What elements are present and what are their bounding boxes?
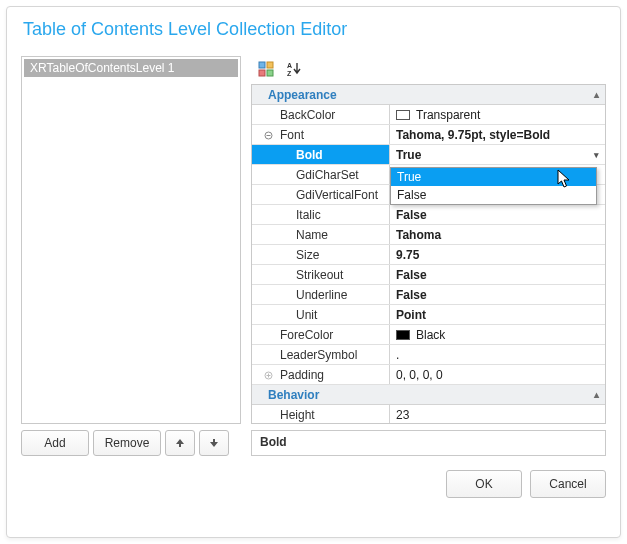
expand-icon[interactable]	[262, 129, 274, 141]
svg-rect-3	[267, 70, 273, 76]
category-label: Appearance	[252, 88, 337, 102]
prop-value-text: Transparent	[416, 108, 480, 122]
description-box: Bold	[251, 430, 606, 456]
dropdown-option-false[interactable]: False	[391, 186, 596, 204]
category-label: Behavior	[252, 388, 319, 402]
prop-name: Name	[252, 225, 390, 244]
prop-value-text: Black	[416, 328, 445, 342]
prop-name: GdiCharSet	[252, 165, 390, 184]
prop-name: Italic	[252, 205, 390, 224]
prop-name: GdiVerticalFont	[252, 185, 390, 204]
row-size[interactable]: Size 9.75	[252, 245, 605, 265]
body: XRTableOfContentsLevel 1 Add Remove	[21, 56, 606, 456]
collapse-icon[interactable]: ▴	[594, 89, 599, 100]
list-item[interactable]: XRTableOfContentsLevel 1	[24, 59, 238, 77]
row-italic[interactable]: Italic False	[252, 205, 605, 225]
arrow-up-icon	[175, 438, 185, 448]
svg-rect-2	[259, 70, 265, 76]
members-list[interactable]: XRTableOfContentsLevel 1	[21, 56, 241, 424]
row-backcolor[interactable]: BackColor Transparent	[252, 105, 605, 125]
prop-name: Padding	[252, 365, 390, 384]
prop-name: Bold	[252, 145, 390, 164]
prop-name: Size	[252, 245, 390, 264]
alphabetical-button[interactable]: A Z	[281, 58, 307, 80]
row-forecolor[interactable]: ForeColor Black	[252, 325, 605, 345]
chevron-down-icon[interactable]: ▾	[594, 150, 599, 160]
row-unit[interactable]: Unit Point	[252, 305, 605, 325]
svg-rect-0	[259, 62, 265, 68]
svg-rect-1	[267, 62, 273, 68]
prop-value[interactable]: True ▾	[390, 145, 605, 164]
row-bold[interactable]: Bold True ▾	[252, 145, 605, 165]
prop-name: Height	[252, 405, 390, 424]
prop-value[interactable]: Point	[390, 305, 605, 324]
row-underline[interactable]: Underline False	[252, 285, 605, 305]
prop-value[interactable]: Tahoma, 9.75pt, style=Bold	[390, 125, 605, 144]
prop-value[interactable]: Black	[390, 325, 605, 344]
category-appearance[interactable]: Appearance ▴	[252, 85, 605, 105]
expand-icon[interactable]	[262, 369, 274, 381]
prop-value[interactable]: False	[390, 265, 605, 284]
collapse-icon[interactable]: ▴	[594, 389, 599, 400]
prop-name: Unit	[252, 305, 390, 324]
prop-name: Font	[252, 125, 390, 144]
prop-value[interactable]: False	[390, 285, 605, 304]
prop-value[interactable]: 9.75	[390, 245, 605, 264]
prop-name: LeaderSymbol	[252, 345, 390, 364]
dialog: Table of Contents Level Collection Edito…	[6, 6, 621, 538]
cancel-button[interactable]: Cancel	[530, 470, 606, 498]
categorized-icon	[258, 61, 274, 77]
row-leadersymbol[interactable]: LeaderSymbol .	[252, 345, 605, 365]
prop-value[interactable]: 0, 0, 0, 0	[390, 365, 605, 384]
dropdown-option-true[interactable]: True	[391, 168, 596, 186]
color-swatch-icon	[396, 110, 410, 120]
property-grid[interactable]: Appearance ▴ BackColor Transparent	[251, 84, 606, 424]
alphabetical-icon: A Z	[286, 61, 302, 77]
prop-value[interactable]: 23	[390, 405, 605, 424]
categorized-button[interactable]	[253, 58, 279, 80]
property-toolbar: A Z	[251, 56, 606, 82]
row-font[interactable]: Font Tahoma, 9.75pt, style=Bold	[252, 125, 605, 145]
move-down-button[interactable]	[199, 430, 229, 456]
prop-name: ForeColor	[252, 325, 390, 344]
add-button[interactable]: Add	[21, 430, 89, 456]
row-strikeout[interactable]: Strikeout False	[252, 265, 605, 285]
bold-dropdown[interactable]: True False	[390, 167, 597, 205]
left-buttons: Add Remove	[21, 430, 241, 456]
arrow-down-icon	[209, 438, 219, 448]
prop-value[interactable]: False	[390, 205, 605, 224]
prop-value[interactable]: Tahoma	[390, 225, 605, 244]
svg-text:A: A	[287, 62, 292, 69]
dialog-title: Table of Contents Level Collection Edito…	[23, 19, 606, 40]
prop-name: BackColor	[252, 105, 390, 124]
row-height[interactable]: Height 23	[252, 405, 605, 424]
prop-value[interactable]: Transparent	[390, 105, 605, 124]
ok-button[interactable]: OK	[446, 470, 522, 498]
prop-name: Strikeout	[252, 265, 390, 284]
footer-buttons: OK Cancel	[21, 470, 606, 498]
left-pane: XRTableOfContentsLevel 1 Add Remove	[21, 56, 241, 456]
prop-name: Underline	[252, 285, 390, 304]
row-padding[interactable]: Padding 0, 0, 0, 0	[252, 365, 605, 385]
right-pane: A Z Appearance ▴ BackColor Transparen	[251, 56, 606, 456]
color-swatch-icon	[396, 330, 410, 340]
svg-text:Z: Z	[287, 70, 292, 77]
row-name[interactable]: Name Tahoma	[252, 225, 605, 245]
category-behavior[interactable]: Behavior ▴	[252, 385, 605, 405]
prop-value[interactable]: .	[390, 345, 605, 364]
move-up-button[interactable]	[165, 430, 195, 456]
remove-button[interactable]: Remove	[93, 430, 161, 456]
